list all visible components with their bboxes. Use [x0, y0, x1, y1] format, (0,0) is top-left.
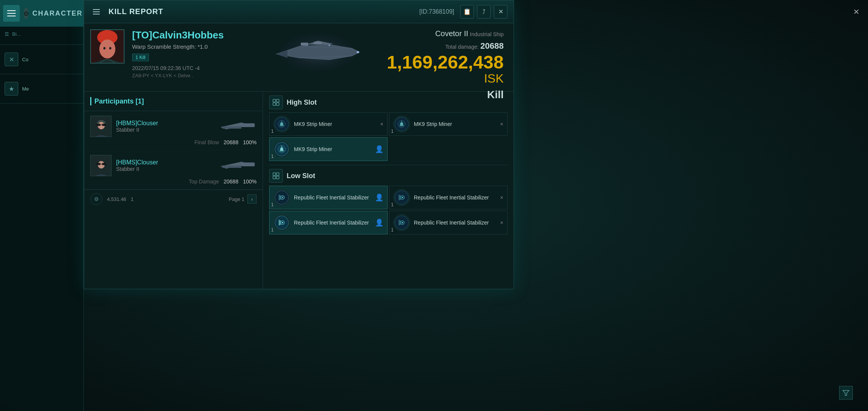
- participant-stats-1: Final Blow 20688 100%: [90, 139, 257, 145]
- ship-section: [265, 29, 371, 75]
- low-slot-item-2: 1 Republic Fleet Inertial Stabilizer ×: [389, 186, 507, 209]
- svg-point-10: [357, 51, 359, 53]
- bottom-bar: ⚙ 4,531.46 1 Page 1 ›: [84, 190, 263, 208]
- fittings-panel: High Slot 1: [263, 92, 514, 289]
- participant-details-1: [HBMS]Clouser Stabber II: [116, 120, 214, 133]
- victim-kills-badge: 1 Kill: [132, 54, 149, 61]
- low-slot-icon-4: [393, 214, 410, 231]
- low-slot-item-4: 1 Republic Fleet Inertial Stabilizer ×: [389, 211, 507, 234]
- weapon-image-1: [219, 119, 257, 134]
- low-slot-grid: 1 Republic Fleet Inertial Stabilizer 👤: [269, 186, 507, 234]
- low-slot-remove-2[interactable]: ×: [500, 194, 503, 201]
- kill-report-hamburger[interactable]: [90, 6, 102, 18]
- svg-point-59: [402, 222, 403, 223]
- isk-label: ISK: [484, 72, 504, 85]
- participants-title: Participants [1]: [94, 97, 144, 105]
- clipboard-button[interactable]: 📋: [460, 5, 474, 19]
- sidebar-title: CHARACTER: [32, 10, 83, 18]
- inertial-stab-icon-2: [394, 190, 409, 205]
- participant-card-1: [HBMS]Clouser Stabber II Final Blow: [84, 111, 263, 150]
- participant-stats-2: Top Damage 20688 100%: [90, 178, 257, 185]
- low-slot-qty-3: 1: [271, 227, 274, 233]
- participant-name-2: [HBMS]Clouser: [116, 159, 214, 166]
- low-slot-section: Low Slot 1 R: [263, 165, 514, 238]
- high-slot-title: High Slot: [287, 99, 317, 107]
- low-slot-qty-2: 1: [391, 202, 394, 207]
- sidebar-co-section: ✕ Co: [0, 45, 83, 74]
- kill-report-header: KILL REPORT [ID:7368109] 📋 ⤴ ✕: [84, 0, 514, 23]
- low-slot-svg-icon: [272, 172, 280, 180]
- page-next-button[interactable]: ›: [247, 194, 257, 204]
- high-slot-name-2: MK9 Strip Miner: [414, 121, 496, 127]
- low-slot-person-1: 👤: [375, 193, 383, 202]
- strip-miner-icon-2: [394, 116, 409, 132]
- high-slot-remove-2[interactable]: ×: [500, 121, 503, 127]
- percent-1: 100%: [243, 139, 257, 145]
- sidebar-item-me[interactable]: ★ Me: [5, 79, 79, 99]
- ship-type-name: Covetor II Industrial Ship: [379, 29, 504, 38]
- strip-miner-icon-1: [274, 116, 289, 132]
- low-slot-name-1: Republic Fleet Inertial Stabilizer: [294, 194, 371, 201]
- main-close-button[interactable]: ✕: [850, 6, 862, 18]
- bottom-icon: ⚙: [90, 193, 102, 205]
- svg-point-3: [103, 47, 105, 49]
- victim-warp-scramble: Warp Scramble Strength: *1.0: [132, 43, 257, 50]
- participants-accent: [90, 97, 91, 105]
- svg-rect-32: [276, 99, 279, 102]
- svg-point-37: [280, 123, 283, 126]
- avatar-svg: [91, 29, 124, 64]
- close-button[interactable]: ✕: [494, 5, 507, 19]
- total-damage-value: 20688: [480, 41, 504, 51]
- participants-panel: Participants [1]: [84, 92, 263, 289]
- weapon-svg-1: [219, 119, 257, 134]
- svg-point-2: [99, 40, 115, 59]
- inertial-stab-icon-1: [274, 190, 289, 205]
- low-slot-icon-3: [273, 214, 290, 231]
- inertial-stab-icon-4: [394, 215, 409, 230]
- high-slot-remove-1[interactable]: ×: [380, 121, 383, 127]
- sidebar-bio-section: ☰ Bi...: [0, 27, 83, 45]
- participant-card-2: [HBMS]Clouser Stabber II Top Damage 2068…: [84, 150, 263, 190]
- victim-location: ZA9-PY < YX-LYK < Delve .: [132, 73, 257, 78]
- sidebar-item-co[interactable]: ✕ Co: [5, 49, 79, 69]
- svg-rect-46: [273, 176, 276, 179]
- strip-miner-icon-3: [274, 142, 289, 157]
- high-slot-icon-1: [273, 116, 290, 132]
- filter-icon: [842, 389, 850, 397]
- high-slot-item-1: 1 MK9 Strip Miner ×: [269, 112, 388, 136]
- svg-point-53: [402, 197, 403, 198]
- high-slot-grid: 1 MK9 Strip Miner ×: [269, 112, 507, 161]
- svg-rect-30: [222, 166, 241, 168]
- character-icon: ⊙: [24, 8, 29, 19]
- svg-rect-22: [241, 123, 255, 127]
- high-slot-qty-3: 1: [271, 154, 274, 159]
- filter-button[interactable]: [839, 386, 853, 400]
- participants-header: Participants [1]: [84, 92, 263, 111]
- blow-type-1: Final Blow: [195, 139, 219, 145]
- low-slot-item-3: 1 Republic Fleet Inertial Stabilizer 👤: [269, 211, 388, 234]
- svg-rect-23: [222, 126, 241, 129]
- svg-point-50: [282, 197, 283, 198]
- bottom-qty: 1: [131, 196, 134, 202]
- victim-date: 2022/07/15 09:22:36 UTC -4: [132, 65, 257, 71]
- sidebar-hamburger-button[interactable]: [3, 5, 20, 22]
- inertial-stab-icon-3: [274, 215, 289, 230]
- svg-rect-31: [273, 99, 276, 102]
- high-slot-header: High Slot: [269, 96, 507, 109]
- low-slot-remove-4[interactable]: ×: [500, 220, 503, 226]
- svg-point-56: [282, 222, 283, 223]
- low-slot-title: Low Slot: [287, 172, 315, 180]
- victim-info: [TO]Calvin3Hobbes Warp Scramble Strength…: [132, 29, 257, 78]
- svg-point-11: [329, 45, 330, 46]
- svg-rect-26: [97, 163, 101, 165]
- participant-row-1: [HBMS]Clouser Stabber II: [90, 116, 257, 137]
- low-slot-item-1: 1 Republic Fleet Inertial Stabilizer 👤: [269, 186, 388, 209]
- ship-class: Industrial Ship: [470, 31, 504, 37]
- ship-svg: [268, 29, 367, 75]
- high-slot-qty-2: 1: [391, 129, 394, 134]
- export-button[interactable]: ⤴: [477, 5, 491, 19]
- isk-value: 1,169,262,438: [387, 52, 504, 72]
- low-slot-qty-1: 1: [271, 202, 274, 207]
- list-icon: ☰: [5, 31, 9, 37]
- low-slot-person-3: 👤: [375, 218, 383, 227]
